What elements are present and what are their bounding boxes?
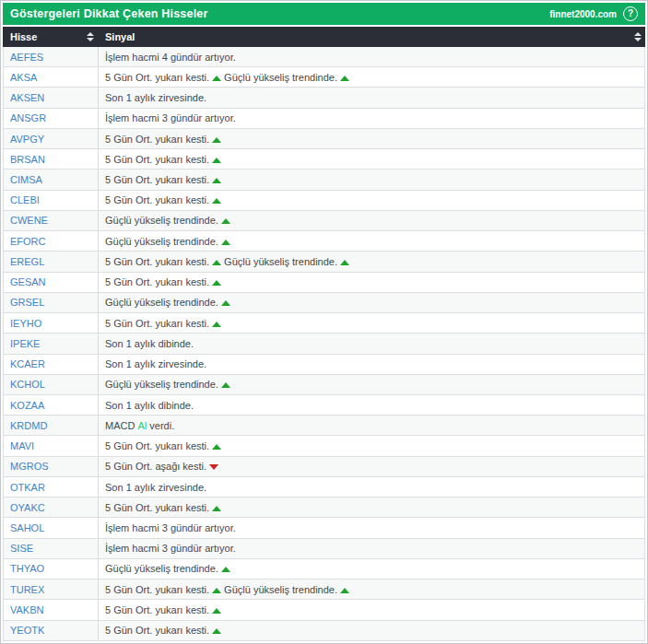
sort-icon[interactable] bbox=[634, 32, 642, 41]
signal-cell: Son 1 aylık dibinde. bbox=[99, 395, 644, 415]
signal-cell: Güçlü yükseliş trendinde. bbox=[99, 231, 644, 251]
ticker-link[interactable]: KRDMD bbox=[10, 420, 47, 431]
signal-text: 5 Gün Ort. yukarı kesti. bbox=[105, 502, 209, 513]
ticker-link[interactable]: CWENE bbox=[10, 215, 48, 226]
signal-cell: Güçlü yükseliş trendinde. bbox=[99, 559, 644, 579]
signal-text: İşlem hacmi 3 gündür artıyor. bbox=[105, 112, 236, 123]
ticker-link[interactable]: MGROS bbox=[10, 461, 49, 472]
ticker-link[interactable]: GESAN bbox=[10, 276, 46, 287]
column-header-sinyal[interactable]: Sinyal bbox=[99, 27, 645, 47]
ticker-link[interactable]: EFORC bbox=[10, 236, 46, 247]
ticker-link[interactable]: VAKBN bbox=[10, 604, 43, 615]
ticker-cell: VAKBN bbox=[4, 600, 99, 619]
ticker-link[interactable]: SAHOL bbox=[10, 522, 44, 533]
table-row: GESAN5 Gün Ort. yukarı kesti. bbox=[4, 273, 644, 293]
table-row: SAHOLİşlem hacmi 3 gündür artıyor. bbox=[4, 518, 644, 538]
signal-cell: İşlem hacmi 3 gündür artıyor. bbox=[99, 518, 644, 537]
ticker-link[interactable]: SISE bbox=[10, 543, 33, 554]
sort-icon[interactable] bbox=[87, 32, 94, 41]
ticker-link[interactable]: MAVI bbox=[10, 440, 34, 451]
signal-cell: 5 Gün Ort. yukarı kesti. bbox=[99, 170, 644, 189]
signal-cell: Son 1 aylık zirvesinde. bbox=[99, 477, 644, 497]
table-header: Hisse Sinyal bbox=[3, 27, 645, 47]
ticker-cell: ANSGR bbox=[4, 109, 99, 128]
ticker-cell: GESAN bbox=[4, 273, 99, 292]
table-row: KRDMDMACD Al verdi. bbox=[4, 416, 644, 436]
ticker-link[interactable]: GRSEL bbox=[10, 297, 44, 308]
ticker-cell: KRDMD bbox=[4, 416, 99, 435]
ticker-link[interactable]: OYAKC bbox=[10, 502, 45, 513]
column-label-hisse: Hisse bbox=[10, 31, 37, 42]
up-triangle-icon bbox=[212, 178, 221, 183]
sort-up-icon bbox=[634, 32, 642, 36]
up-triangle-icon bbox=[221, 218, 230, 224]
signal-cell: İşlem hacmi 3 gündür artıyor. bbox=[99, 539, 644, 558]
ticker-link[interactable]: AEFES bbox=[10, 52, 43, 63]
ticker-cell: AKSA bbox=[4, 67, 99, 87]
table-row: IPEKESon 1 aylık dibinde. bbox=[4, 334, 644, 354]
table-row: MGROS5 Gün Ort. aşağı kesti. bbox=[4, 457, 644, 477]
table-row: THYAOGüçlü yükseliş trendinde. bbox=[4, 559, 644, 580]
ticker-link[interactable]: KCHOL bbox=[10, 379, 45, 390]
ticker-cell: AKSEN bbox=[4, 88, 99, 107]
ticker-cell: KCHOL bbox=[4, 375, 99, 394]
ticker-link[interactable]: AKSEN bbox=[10, 92, 44, 103]
signal-cell: MACD Al verdi. bbox=[99, 416, 644, 435]
table-row: AVPGY5 Gün Ort. yukarı kesti. bbox=[4, 129, 644, 149]
signal-cell: İşlem hacmi 3 gündür artıyor. bbox=[99, 109, 644, 128]
signal-text: 5 Gün Ort. yukarı kesti. bbox=[105, 256, 209, 267]
ticker-cell: EREGL bbox=[4, 252, 99, 271]
ticker-link[interactable]: IEYHO bbox=[10, 318, 41, 329]
signal-text: Son 1 aylık dibinde. bbox=[105, 400, 194, 411]
ticker-link[interactable]: KCAER bbox=[10, 358, 45, 369]
signal-text: verdi. bbox=[147, 420, 174, 431]
title-bar: Göstergeleri Dikkat Çeken Hisseler finne… bbox=[3, 3, 645, 25]
ticker-link[interactable]: IPEKE bbox=[10, 338, 40, 349]
signal-text: Son 1 aylık zirvesinde. bbox=[105, 358, 206, 369]
brand-link[interactable]: finnet2000.com bbox=[549, 9, 617, 19]
up-triangle-icon bbox=[212, 76, 221, 81]
column-label-sinyal: Sinyal bbox=[105, 31, 135, 42]
ticker-link[interactable]: EREGL bbox=[10, 256, 44, 267]
ticker-cell: AVPGY bbox=[4, 129, 99, 148]
ticker-link[interactable]: YEOTK bbox=[10, 625, 44, 636]
ticker-cell: CIMSA bbox=[4, 170, 99, 189]
table-row: SISEİşlem hacmi 3 gündür artıyor. bbox=[4, 539, 644, 559]
ticker-link[interactable]: AVPGY bbox=[10, 134, 44, 145]
signal-cell: 5 Gün Ort. yukarı kesti. bbox=[99, 621, 644, 640]
sort-up-icon bbox=[87, 32, 94, 36]
ticker-cell: MGROS bbox=[4, 457, 99, 476]
ticker-cell: THYAO bbox=[4, 559, 99, 579]
up-triangle-icon bbox=[221, 300, 230, 306]
ticker-link[interactable]: ANSGR bbox=[10, 112, 46, 123]
ticker-cell: MAVI bbox=[4, 436, 99, 455]
signal-cell: 5 Gün Ort. yukarı kesti. bbox=[99, 273, 644, 292]
ticker-cell: OTKAR bbox=[4, 477, 99, 497]
up-triangle-icon bbox=[221, 382, 230, 388]
table-row: VAKBN5 Gün Ort. yukarı kesti. bbox=[4, 600, 644, 620]
column-header-hisse[interactable]: Hisse bbox=[3, 27, 99, 47]
signal-text: 5 Gün Ort. yukarı kesti. bbox=[105, 174, 209, 185]
ticker-link[interactable]: AKSA bbox=[10, 72, 37, 83]
ticker-link[interactable]: THYAO bbox=[10, 563, 44, 574]
ticker-link[interactable]: TUREX bbox=[10, 584, 44, 595]
table-row: BRSAN5 Gün Ort. yukarı kesti. bbox=[4, 149, 644, 170]
table-row: AKSA5 Gün Ort. yukarı kesti.Güçlü yüksel… bbox=[4, 67, 644, 88]
ticker-link[interactable]: BRSAN bbox=[10, 154, 45, 165]
sort-down-icon bbox=[634, 38, 642, 41]
signal-text: Güçlü yükseliş trendinde. bbox=[105, 563, 218, 574]
signal-text: 5 Gün Ort. yukarı kesti. bbox=[105, 72, 209, 83]
ticker-link[interactable]: CIMSA bbox=[10, 174, 42, 185]
ticker-link[interactable]: KOZAA bbox=[10, 400, 44, 411]
ticker-link[interactable]: CLEBI bbox=[10, 194, 40, 205]
signal-text: 5 Gün Ort. yukarı kesti. bbox=[105, 584, 209, 595]
table-row: ANSGRİşlem hacmi 3 gündür artıyor. bbox=[4, 109, 644, 129]
signal-cell: 5 Gün Ort. yukarı kesti. bbox=[99, 436, 644, 455]
signal-text: 5 Gün Ort. yukarı kesti. bbox=[105, 276, 209, 287]
signal-cell: 5 Gün Ort. yukarı kesti.Güçlü yükseliş t… bbox=[99, 580, 644, 599]
signal-text: İşlem hacmi 3 gündür artıyor. bbox=[105, 522, 236, 533]
help-icon[interactable]: ? bbox=[623, 6, 638, 21]
signal-text: 5 Gün Ort. yukarı kesti. bbox=[105, 604, 209, 615]
ticker-link[interactable]: OTKAR bbox=[10, 482, 45, 493]
table-row: KCHOLGüçlü yükseliş trendinde. bbox=[4, 375, 644, 395]
